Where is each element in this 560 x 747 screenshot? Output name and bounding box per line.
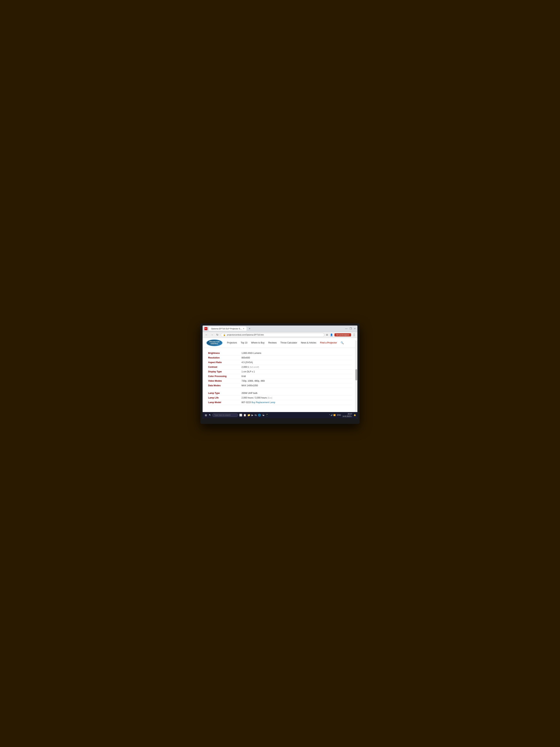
spec-value-contrast-extra: (full on/off) — [249, 366, 259, 368]
spec-value-resolution: 800x600 — [241, 357, 250, 359]
nav-where-to-buy[interactable]: Where to Buy — [251, 341, 265, 344]
widgets-icon[interactable]: 📋 — [243, 414, 246, 416]
search-icon[interactable]: 🔍 — [341, 341, 344, 344]
extensions-icon: ⚙ — [326, 334, 328, 336]
taskbar-search-input[interactable] — [212, 413, 238, 417]
browser-icon[interactable]: 🌐 — [258, 414, 261, 416]
spec-row-video-modes: Video Modes 720p, 1080i, 480p, 480i — [208, 379, 352, 383]
browser-tab[interactable]: Optoma EP716 DLP Projector S... × — [209, 327, 246, 331]
spec-label-brightness: Brightness — [208, 352, 241, 354]
spec-row-lamp-life: Lamp Life 2,000 hours / 3,000 hours (Eco… — [208, 395, 352, 400]
task-view-icon[interactable]: ⬜ — [239, 414, 242, 416]
nav-find-projector[interactable]: Find a Projector — [320, 341, 337, 344]
spec-row-aspect-ratio: Aspect Ratio 4:3 (SVGA) — [208, 360, 352, 365]
spec-value-aspect-ratio: 4:3 (SVGA) — [241, 361, 253, 364]
spec-row-brightness: Brightness 1,800 ANSI Lumens — [208, 351, 352, 356]
spec-value-display-type: 1 cm DLP x 1 — [241, 370, 255, 373]
spec-value-color-processing: 8-bit — [241, 375, 246, 378]
media-icon[interactable]: ▶ — [251, 414, 254, 416]
nav-top10[interactable]: Top 10 — [241, 341, 247, 344]
spec-lamp-life-eco: (Eco) — [267, 397, 272, 399]
spec-value-contrast: 2,000:1 (full on/off) — [241, 366, 259, 368]
spec-label-video-modes: Video Modes — [208, 380, 241, 382]
spec-value-lamp-model: 807-3215 Buy Replacement Lamp — [241, 401, 275, 404]
address-bar: ← → ↻ 🔒 projectorcentral.com/Optoma-EP71… — [203, 332, 357, 338]
buy-replacement-lamp-link[interactable]: Buy Replacement Lamp — [251, 401, 275, 404]
maximize-button[interactable]: ❐ — [350, 327, 352, 330]
spec-label-lamp-model: Lamp Model — [208, 401, 241, 404]
window-controls: — ❐ × — [345, 327, 355, 330]
scrollbar-thumb[interactable] — [355, 369, 357, 380]
taskbar-app-icons: ⬜ 📋 📁 ▶ 🛍 🌐 🌤 📱 — [239, 414, 268, 416]
nav-news[interactable]: News & Articles — [301, 341, 316, 344]
nav-reviews[interactable]: Reviews — [268, 341, 277, 344]
spec-value-brightness: 1,800 ANSI Lumens — [241, 352, 261, 354]
tab-close-button[interactable]: × — [243, 327, 244, 330]
taskbar-date-display: 14.8.2023 г. — [343, 415, 352, 418]
website-content: PROJECTOR CENTRAL Projectors Top 10 Wher… — [203, 338, 357, 412]
taskbar-time-display: 20:07 — [343, 413, 352, 415]
monitor-screen: PC Optoma EP716 DLP Projector S... × + —… — [203, 326, 357, 418]
start-button[interactable]: ⊞ — [204, 413, 208, 417]
taskbar: ⊞ 🔍 ⬜ 📋 📁 ▶ 🛍 🌐 🌤 📱 ^ 🔊 📶 ENG 20:07 14.8… — [203, 412, 357, 418]
address-actions: ⚙ 👤 — [326, 334, 333, 336]
spec-label-lamp-life: Lamp Life — [208, 396, 241, 399]
search-icon-taskbar: 🔍 — [209, 414, 211, 416]
spec-label-color-processing: Color Processing — [208, 375, 241, 378]
spec-label-display-type: Display Type — [208, 370, 241, 373]
site-navigation: PROJECTOR CENTRAL Projectors Top 10 Wher… — [203, 338, 357, 348]
spec-row-contrast: Contrast 2,000:1 (full on/off) — [208, 365, 352, 369]
url-display: projectorcentral.com/Optoma-EP716.htm — [227, 334, 264, 336]
new-tab-button[interactable]: + — [248, 327, 251, 330]
browser-titlebar: PC Optoma EP716 DLP Projector S... × + —… — [203, 326, 357, 332]
profile-icon: 👤 — [330, 334, 333, 336]
taskbar-right: ^ 🔊 📶 ENG 20:07 14.8.2023 г. 🔔 — [329, 413, 356, 418]
browser-favicon-icon: PC — [205, 327, 207, 330]
spec-label-data-modes: Data Modes — [208, 384, 241, 387]
nav-projectors[interactable]: Projectors — [227, 341, 237, 344]
spec-section-gap — [208, 388, 352, 391]
nav-links: Projectors Top 10 Where to Buy Reviews T… — [227, 341, 344, 344]
back-button[interactable]: ← — [205, 333, 209, 337]
spec-label-contrast: Contrast — [208, 366, 241, 368]
forward-button[interactable]: → — [210, 333, 214, 337]
spec-row-data-modes: Data Modes MAX 1400x1050 — [208, 383, 352, 388]
file-explorer-icon[interactable]: 📁 — [247, 414, 250, 416]
logo-line1: PROJECTOR — [209, 341, 220, 343]
spec-label-aspect-ratio: Aspect Ratio — [208, 361, 241, 364]
site-logo[interactable]: PROJECTOR CENTRAL — [206, 339, 222, 346]
spec-value-lamp-type: 200W UHP bulb — [241, 392, 258, 394]
spec-label-lamp-type: Lamp Type — [208, 392, 241, 394]
spec-value-video-modes: 720p, 1080i, 480p, 480i — [241, 380, 265, 382]
weather-icon[interactable]: 🌤 — [262, 414, 264, 416]
lang-indicator: ENG — [337, 414, 341, 416]
logo-line2: CENTRAL — [209, 343, 220, 345]
system-tray-icons: ^ 🔊 📶 — [329, 414, 336, 416]
spec-row-lamp-model: Lamp Model 807-3215 Buy Replacement Lamp — [208, 400, 352, 405]
scrollbar[interactable] — [355, 340, 357, 412]
spec-label-resolution: Resolution — [208, 357, 241, 359]
address-input[interactable]: 🔒 projectorcentral.com/Optoma-EP716.htm — [221, 333, 324, 337]
refresh-button[interactable]: ↻ — [216, 333, 219, 337]
update-button[interactable]: Актуализиране — [335, 333, 351, 336]
menu-icon[interactable]: ⋮ — [353, 333, 355, 337]
spec-value-data-modes: MAX 1400x1050 — [241, 384, 258, 387]
spec-row-display-type: Display Type 1 cm DLP x 1 — [208, 369, 352, 374]
spec-row-resolution: Resolution 800x600 — [208, 356, 352, 360]
nav-throw-calculator[interactable]: Throw Calculator — [281, 341, 297, 344]
monitor: PC Optoma EP716 DLP Projector S... × + —… — [201, 323, 359, 424]
specs-table: Brightness 1,800 ANSI Lumens Resolution … — [203, 348, 357, 409]
spec-row-color-processing: Color Processing 8-bit — [208, 374, 352, 379]
minimize-button[interactable]: — — [345, 327, 347, 330]
spec-row-lamp-type: Lamp Type 200W UHP bulb — [208, 391, 352, 395]
spec-value-lamp-life: 2,000 hours / 3,000 hours (Eco) — [241, 396, 272, 399]
lock-icon: 🔒 — [223, 334, 226, 336]
store-icon[interactable]: 🛍 — [255, 414, 257, 416]
tab-title: Optoma EP716 DLP Projector S... — [211, 328, 242, 330]
notification-icon[interactable]: 🔔 — [354, 414, 356, 416]
close-window-button[interactable]: × — [354, 327, 355, 330]
samsung-icon[interactable]: 📱 — [266, 414, 268, 416]
taskbar-clock: 20:07 14.8.2023 г. — [343, 413, 352, 418]
